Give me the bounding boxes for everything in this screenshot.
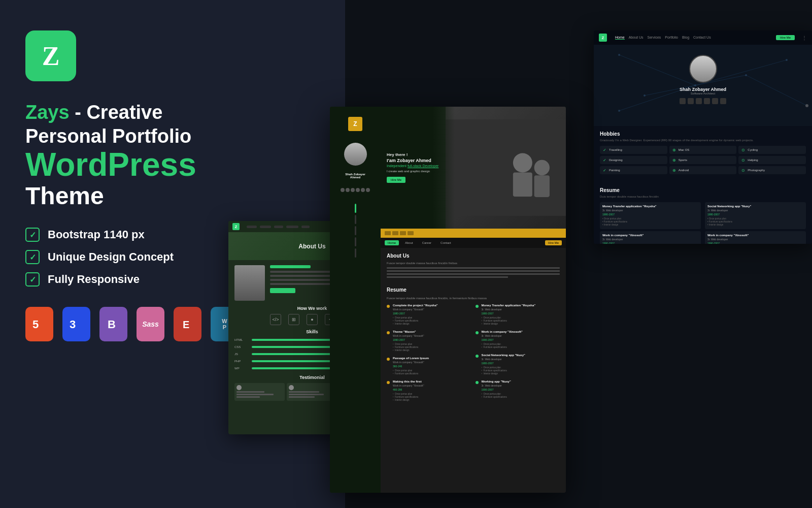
dark-social-tw <box>688 98 694 104</box>
bullet-r4b: Furniture specifications <box>482 396 560 398</box>
bullet-2a: Once portus plan <box>393 343 471 345</box>
hobby-android-label: Android <box>679 169 689 172</box>
timeline-dot-2 <box>387 331 390 334</box>
timeline-company-r2: 3r. Web developer <box>482 334 560 337</box>
hero-image <box>446 107 566 229</box>
skill-label-3: JS <box>234 353 250 356</box>
skill-label-4: PHP <box>234 360 250 363</box>
hobby-photo-label: Photography <box>748 169 765 172</box>
timeline-date-4: 460-296 <box>393 388 471 391</box>
html-badge: 5 <box>25 307 53 341</box>
timeline-dot-r2 <box>476 331 479 334</box>
timeline-date-1: 1980-2007 <box>393 312 471 315</box>
social-icon-6 <box>366 188 370 192</box>
tab-career[interactable]: Career <box>419 240 434 245</box>
svg-text:B: B <box>108 318 116 331</box>
nav-dot-5 <box>355 248 356 258</box>
resume-section: Resume Fusce tempor double massa faucibu… <box>381 283 566 410</box>
hero-img-svg <box>446 107 566 229</box>
timeline-job-r1: Money Transfer application "Roysha" <box>482 304 560 307</box>
timeline-bullets-r1: Once portus plan Furniture specification… <box>482 316 560 325</box>
dark-tl-date-4: 1990-2007 <box>707 242 803 244</box>
hobby-design-label: Designing <box>609 158 623 162</box>
hobby-cycling: ⊙ Cycling <box>738 146 806 154</box>
timeline-bullets-3: Once portus plan Furniture specification… <box>393 369 471 375</box>
timeline-dot-r3 <box>476 355 479 358</box>
svg-point-20 <box>534 160 549 175</box>
bullet-r1b: Furniture specifications <box>482 320 560 322</box>
timeline-dot-3 <box>387 358 390 361</box>
hero-tagline: I create web and graphic design <box>387 170 449 173</box>
sidebar-logo: Z <box>348 117 362 131</box>
feature-item-2: Unique Design Concept <box>25 250 239 264</box>
about-subtitle: Fusce tempor double massa faucibus finci… <box>387 262 560 265</box>
tab-home[interactable]: Home <box>385 240 399 245</box>
dark-nav-portfolio: Portfolio <box>665 36 678 40</box>
svg-text:E: E <box>183 319 189 330</box>
social-icon-5 <box>361 188 365 192</box>
sidebar-social <box>341 188 370 192</box>
feature-text-2: Unique Design Concept <box>48 250 174 264</box>
svg-rect-21 <box>534 175 549 197</box>
test-line-1b <box>236 394 274 395</box>
scr-avatar <box>234 265 265 301</box>
dark-tl-company-1: 3r. Web developer <box>602 209 698 212</box>
hero-name: I'am Zobayer Ahmed <box>387 158 449 163</box>
timeline-date-r2: 1990-2007 <box>482 338 560 341</box>
timeline-job-r2: Work in company "Xinosoft" <box>482 330 560 333</box>
dark-nav-contact: Contact Us <box>693 36 711 40</box>
dark-nav-about: About Us <box>629 36 644 40</box>
bullet-4c: Interior design <box>393 399 471 401</box>
dark-hero: Shah Zobayer Ahmed Software Architect <box>594 45 812 126</box>
hobby-macos: ⊕ Mac OS <box>669 146 737 154</box>
bullet-r3a: Once portus plan <box>482 366 560 369</box>
hero-role-label: Independent <box>387 164 407 168</box>
timeline-dot-1 <box>387 305 390 308</box>
hero-cta[interactable]: Hire Me <box>387 177 405 183</box>
bullet-r3c: Interior design <box>482 372 560 375</box>
dark-social <box>680 98 726 104</box>
feature-text-3: Fully Responsive <box>48 273 140 286</box>
tab-about[interactable]: About <box>402 240 416 245</box>
hobby-painting: ✓ Painting <box>600 166 667 174</box>
timeline-dot-r1 <box>476 305 479 308</box>
dark-nav-menu[interactable]: ⋮ <box>802 35 807 41</box>
dark-bullet-1a: Once portus plan <box>602 217 698 220</box>
timeline-job-3: Passage of Lorem Ipsum <box>393 357 471 360</box>
title-line1: Zays - Creative <box>25 102 239 123</box>
social-icon-3 <box>351 188 355 192</box>
orange-bar <box>381 229 566 238</box>
dark-bullet-1b: Furniture specifications <box>602 220 698 223</box>
check-icon-1 <box>25 228 40 242</box>
scr-name-bar <box>270 265 311 268</box>
timeline-company-1: Work in company "Xinosoft" <box>393 308 471 311</box>
timeline-col-right: Money Transfer application "Roysha" 3r. … <box>476 304 560 406</box>
hobby-android: ⊕ Android <box>669 166 737 174</box>
test-avatar-2 <box>289 385 294 390</box>
hobby-cycling-icon: ⊙ <box>741 148 746 152</box>
css-badge: 3 <box>62 307 90 341</box>
timeline-item-3: Passage of Lorem Ipsum Work in company "… <box>387 357 471 375</box>
dark-timeline: Money Transfer application "Roysha" 3r. … <box>600 202 806 244</box>
dark-tl-item-1: Money Transfer application "Roysha" 3r. … <box>600 202 701 229</box>
scr-nav-l4 <box>286 226 298 228</box>
features-list: Bootstrap 1140 px Unique Design Concept … <box>25 228 239 287</box>
timeline-company-3: Work in company "Xinosoft" <box>393 361 471 364</box>
how-icon-1: </> <box>270 314 281 325</box>
timeline-job-r4: Working app "Nuxy" <box>482 380 560 383</box>
timeline-date-2: 1990-2007 <box>393 338 471 341</box>
test-avatar-1 <box>236 385 242 390</box>
timeline-date-3: 360-246 <box>393 365 471 368</box>
dark-nav-cta[interactable]: Hire Me <box>776 35 795 40</box>
dark-nav-logo: Z <box>599 34 607 42</box>
tab-hire-btn[interactable]: Hire Me <box>545 240 562 245</box>
bullet-r1c: Interior design <box>482 323 560 325</box>
social-icon-4 <box>356 188 360 192</box>
orange-block-2 <box>392 231 398 235</box>
tab-contact[interactable]: Contact <box>437 240 454 245</box>
hobby-photo-icon: ⊙ <box>741 168 746 172</box>
nav-dot-4 <box>355 237 356 246</box>
about-section: About Us Fusce tempor double massa fauci… <box>381 248 566 283</box>
feature-item-1: Bootstrap 1140 px <box>25 228 239 242</box>
dark-tl-title-1: Money Transfer application "Roysha" <box>602 205 698 208</box>
